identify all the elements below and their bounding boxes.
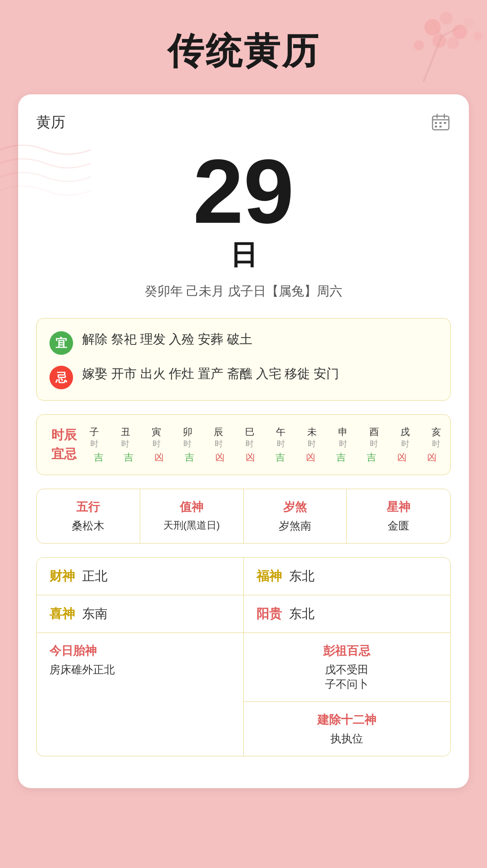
fushen-cell: 福神 东北 [244, 558, 451, 595]
xingshen-label: 星神 [352, 499, 445, 515]
date-number: 29 [36, 146, 451, 237]
shichen-box: 时辰 宜忌 子时 丑时 寅时 卯时 [36, 414, 451, 475]
sc-yj-si: 凶 [241, 451, 259, 464]
sc-item-shen: 申时 [338, 426, 348, 449]
card-title: 黄历 [36, 113, 65, 132]
svg-rect-18 [435, 126, 437, 128]
caishen-cell: 财神 正北 [37, 558, 244, 595]
xingshen-value: 金匮 [352, 519, 445, 533]
yanggui-value: 东北 [289, 605, 315, 623]
taisheng-cell: 今日胎神 房床碓外正北 [37, 633, 244, 756]
wuxing-cell: 五行 桑松木 [37, 489, 140, 543]
ji-row: 忌 嫁娶 开市 出火 作灶 置产 斋醮 入宅 移徙 安门 [49, 364, 438, 389]
sc-yj-mao: 吉 [180, 451, 198, 464]
sc-item-xu: 戌时 [400, 426, 410, 449]
yi-text: 解除 祭祀 理发 入殓 安葬 破土 [82, 329, 252, 350]
sc-yj-yin: 凶 [150, 451, 168, 464]
pengzu-cell: 彭祖百忌 戊不受田 子不问卜 [244, 633, 451, 702]
pengzu-line2: 子不问卜 [256, 677, 438, 691]
zhishen-label: 值神 [146, 499, 238, 515]
fushen-value: 东北 [289, 568, 315, 585]
badge-yi: 宜 [49, 331, 73, 355]
sc-yj-wei: 凶 [302, 451, 320, 464]
taisheng-label: 今日胎神 [49, 643, 231, 659]
page-title: 传统黄历 [0, 0, 487, 94]
xishen-label: 喜神 [49, 605, 75, 623]
lunar-info: 癸卯年 己未月 戊子日【属兔】周六 [36, 283, 451, 300]
sc-yj-zi: 吉 [89, 451, 108, 464]
sc-yj-you: 吉 [362, 451, 380, 464]
xingshen-cell: 星神 金匮 [347, 489, 450, 543]
caishen-value: 正北 [82, 568, 108, 585]
pengzu-label: 彭祖百忌 [256, 643, 438, 659]
fushen-label: 福神 [256, 568, 282, 585]
sc-item-si: 巳时 [245, 426, 255, 449]
svg-rect-19 [439, 126, 442, 128]
sc-item-hai: 亥时 [432, 426, 441, 449]
svg-rect-15 [435, 122, 437, 124]
calendar-icon[interactable] [431, 113, 451, 132]
yi-row: 宜 解除 祭祀 理发 入殓 安葬 破土 [49, 329, 438, 355]
jianchu-cell: 建除十二神 执执位 [244, 702, 451, 756]
suisha-label: 岁煞 [249, 499, 341, 515]
shichen-names-row: 子时 丑时 寅时 卯时 辰时 巳时 [89, 426, 441, 449]
suisha-cell: 岁煞 岁煞南 [244, 489, 347, 543]
wuxing-value: 桑松木 [42, 519, 134, 533]
pengzu-line1: 戊不受田 [256, 662, 438, 677]
main-card: 黄历 29 日 癸卯年 己未月 戊子日【属兔】周六 宜 解除 祭祀 理发 入殓 … [18, 94, 469, 788]
shichen-label: 时辰 宜忌 [46, 426, 82, 464]
sc-yj-hai: 凶 [423, 451, 441, 464]
sc-item-chou: 丑时 [121, 426, 130, 449]
date-suffix: 日 [36, 237, 451, 274]
shen-grid: 财神 正北 福神 东北 喜神 东南 阳贵 东北 今日胎神 房床碓外正北 [36, 557, 451, 756]
yi-ji-box: 宜 解除 祭祀 理发 入殓 安葬 破土 忌 嫁娶 开市 出火 作灶 置产 斋醮 … [36, 318, 451, 401]
zhishen-value: 天刑(黑道日) [146, 519, 238, 532]
sc-item-wu: 午时 [276, 426, 285, 449]
right-col: 彭祖百忌 戊不受田 子不问卜 建除十二神 执执位 [244, 633, 451, 756]
sc-yj-wu: 吉 [271, 451, 290, 464]
sc-item-yin: 寅时 [152, 426, 161, 449]
taisheng-value: 房床碓外正北 [49, 662, 231, 677]
sc-yj-chen: 凶 [211, 451, 229, 464]
wuxing-label: 五行 [42, 499, 134, 515]
zhishen-cell: 值神 天刑(黑道日) [140, 489, 244, 543]
sc-item-you: 酉时 [369, 426, 379, 449]
yanggui-cell: 阳贵 东北 [244, 595, 451, 633]
badge-ji: 忌 [49, 366, 73, 389]
sc-yj-xu: 凶 [393, 451, 411, 464]
sc-yj-chou: 吉 [120, 451, 138, 464]
sc-item-zi: 子时 [89, 426, 99, 449]
jianchu-label: 建除十二神 [256, 712, 438, 728]
ji-text: 嫁娶 开市 出火 作灶 置产 斋醮 入宅 移徙 安门 [82, 364, 339, 384]
info-grid: 五行 桑松木 值神 天刑(黑道日) 岁煞 岁煞南 星神 金匮 [36, 489, 451, 544]
sc-item-chen: 辰时 [214, 426, 223, 449]
sc-item-mao: 卯时 [183, 426, 192, 449]
suisha-value: 岁煞南 [249, 519, 341, 533]
caishen-label: 财神 [49, 568, 75, 585]
xishen-cell: 喜神 东南 [37, 595, 244, 633]
sc-item-wei: 未时 [307, 426, 317, 449]
xishen-value: 东南 [82, 605, 108, 623]
shichen-yj-row: 吉 吉 凶 吉 凶 凶 吉 凶 吉 吉 凶 凶 [89, 451, 441, 464]
jianchu-value: 执执位 [256, 731, 438, 746]
yanggui-label: 阳贵 [256, 605, 282, 623]
sc-yj-shen: 吉 [332, 451, 350, 464]
card-header: 黄历 [36, 113, 451, 132]
svg-rect-17 [444, 122, 446, 124]
svg-rect-16 [439, 122, 442, 124]
